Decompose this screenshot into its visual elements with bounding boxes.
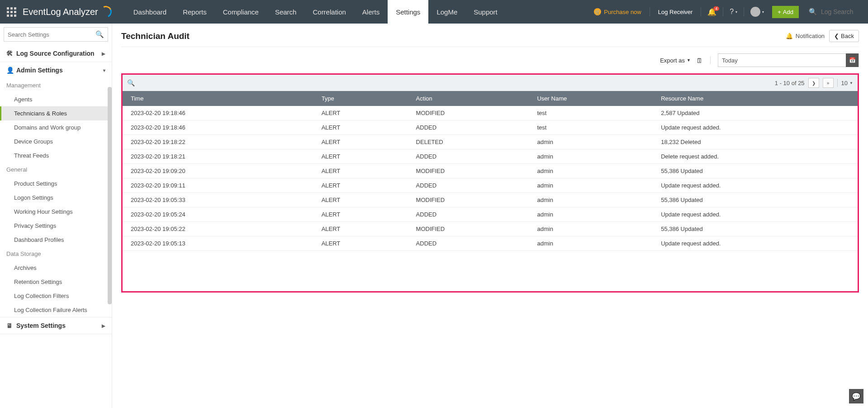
sidebar-item[interactable]: Device Groups bbox=[0, 134, 112, 149]
log-search-input[interactable] bbox=[821, 8, 862, 15]
table-cell: admin bbox=[529, 236, 653, 251]
table-row[interactable]: 2023-02-20 19:05:13ALERTADDEDadminUpdate… bbox=[123, 236, 858, 251]
table-cell: ALERT bbox=[313, 178, 408, 193]
table-cell: Update request added. bbox=[653, 120, 858, 135]
table-cell: 2023-02-20 19:18:46 bbox=[123, 120, 313, 135]
user-menu[interactable]: ▾ bbox=[746, 7, 768, 17]
feedback-button[interactable]: 💬 bbox=[849, 389, 863, 403]
calendar-icon: 📅 bbox=[846, 53, 859, 67]
column-header[interactable]: Action bbox=[408, 91, 529, 106]
table-cell: test bbox=[529, 106, 653, 120]
sidebar-item[interactable]: Domains and Work group bbox=[0, 120, 112, 134]
logo-swirl-icon bbox=[98, 4, 113, 19]
logo[interactable]: EventLog Analyzer bbox=[23, 6, 125, 18]
apps-grid-icon[interactable] bbox=[0, 7, 23, 17]
notification-label: Notification bbox=[796, 33, 825, 39]
nav-item-search[interactable]: Search bbox=[267, 0, 305, 24]
sidebar-item[interactable]: Technicians & Roles bbox=[0, 106, 112, 120]
topbar: EventLog Analyzer DashboardReportsCompli… bbox=[0, 0, 868, 24]
nav-item-settings[interactable]: Settings bbox=[388, 0, 428, 24]
sidebar-item[interactable]: Log Collection Filters bbox=[0, 289, 112, 303]
table-row[interactable]: 2023-02-20 19:18:21ALERTADDEDadminDelete… bbox=[123, 149, 858, 164]
table-cell: 55,386 Updated bbox=[653, 164, 858, 178]
page-size-dropdown[interactable]: 10 ▼ bbox=[841, 80, 853, 86]
nav-item-alerts[interactable]: Alerts bbox=[354, 0, 388, 24]
sidebar-item[interactable]: Working Hour Settings bbox=[0, 205, 112, 219]
page-title: Technician Audit bbox=[121, 31, 190, 41]
add-button[interactable]: + Add bbox=[772, 6, 799, 18]
table-cell: ALERT bbox=[313, 222, 408, 236]
table-cell: 2023-02-20 19:09:11 bbox=[123, 178, 313, 193]
sidebar-group-label: Management bbox=[0, 78, 112, 92]
sidebar-item[interactable]: Log Collection Failure Alerts bbox=[0, 303, 112, 317]
chevron-down-icon: ▾ bbox=[762, 10, 764, 14]
sidebar-item[interactable]: Dashboard Profiles bbox=[0, 233, 112, 247]
table-cell: ALERT bbox=[313, 149, 408, 164]
table-cell: ALERT bbox=[313, 207, 408, 222]
column-header[interactable]: User Name bbox=[529, 91, 653, 106]
topbar-right: 🛒 Purchase now Log Receiver 🔔 4 ? ▾ ▾ + … bbox=[588, 0, 868, 24]
help-menu[interactable]: ? ▾ bbox=[725, 8, 742, 16]
sidebar-search-input[interactable] bbox=[8, 31, 95, 38]
table-cell: ALERT bbox=[313, 236, 408, 251]
date-range-picker[interactable]: Today 📅 bbox=[718, 53, 859, 67]
table-cell: 18,232 Deleted bbox=[653, 135, 858, 149]
sidebar-item[interactable]: Retention Settings bbox=[0, 275, 112, 289]
sidebar-item[interactable]: Archives bbox=[0, 261, 112, 275]
nav-item-correlation[interactable]: Correlation bbox=[304, 0, 354, 24]
log-search[interactable]: 🔍 bbox=[802, 8, 868, 16]
table-cell: 2023-02-20 19:18:21 bbox=[123, 149, 313, 164]
main-nav: DashboardReportsComplianceSearchCorrelat… bbox=[125, 0, 506, 24]
table-cell: admin bbox=[529, 149, 653, 164]
table-row[interactable]: 2023-02-20 19:18:46ALERTADDEDtestUpdate … bbox=[123, 120, 858, 135]
sidebar-item[interactable]: Threat Feeds bbox=[0, 149, 112, 163]
back-button[interactable]: ❮ Back bbox=[829, 30, 859, 42]
plus-icon: + bbox=[778, 9, 781, 15]
table-row[interactable]: 2023-02-20 19:18:46ALERTMODIFIEDtest2,58… bbox=[123, 106, 858, 120]
table-row[interactable]: 2023-02-20 19:05:22ALERTMODIFIEDadmin55,… bbox=[123, 222, 858, 236]
table-row[interactable]: 2023-02-20 19:05:33ALERTMODIFIEDadmin55,… bbox=[123, 193, 858, 207]
table-row[interactable]: 2023-02-20 19:18:22ALERTDELETEDadmin18,2… bbox=[123, 135, 858, 149]
chevron-right-icon: ▶ bbox=[102, 51, 105, 56]
nav-item-dashboard[interactable]: Dashboard bbox=[125, 0, 175, 24]
table-cell: ALERT bbox=[313, 120, 408, 135]
table-cell: Update request added. bbox=[653, 178, 858, 193]
column-header[interactable]: Type bbox=[313, 91, 408, 106]
pager-last-button[interactable]: » bbox=[823, 78, 834, 88]
log-receiver-link[interactable]: Log Receiver bbox=[652, 9, 699, 15]
nav-item-logme[interactable]: LogMe bbox=[428, 0, 465, 24]
scrollbar[interactable] bbox=[108, 87, 112, 304]
page-header: Technician Audit 🔔 Notification ❮ Back bbox=[121, 30, 859, 47]
sidebar-section-system-settings[interactable]: 🖥 System Settings ▶ bbox=[0, 317, 112, 334]
column-header[interactable]: Time bbox=[123, 91, 313, 106]
nav-item-compliance[interactable]: Compliance bbox=[215, 0, 267, 24]
table-cell: 2023-02-20 19:05:24 bbox=[123, 207, 313, 222]
table-cell: 2023-02-20 19:09:20 bbox=[123, 164, 313, 178]
bell-icon: 🔔 bbox=[786, 33, 793, 39]
column-header[interactable]: Resource Name bbox=[653, 91, 858, 106]
pager-next-button[interactable]: ❯ bbox=[808, 78, 819, 88]
table-row[interactable]: 2023-02-20 19:09:20ALERTMODIFIEDadmin55,… bbox=[123, 164, 858, 178]
sidebar-item[interactable]: Privacy Settings bbox=[0, 219, 112, 233]
sidebar-section-log-source[interactable]: 🛠 Log Source Configuration ▶ bbox=[0, 45, 112, 62]
nav-item-reports[interactable]: Reports bbox=[175, 0, 215, 24]
purchase-now-link[interactable]: 🛒 Purchase now bbox=[588, 8, 647, 15]
separator bbox=[650, 7, 650, 16]
sidebar-item[interactable]: Logon Settings bbox=[0, 191, 112, 205]
table-row[interactable]: 2023-02-20 19:05:24ALERTADDEDadminUpdate… bbox=[123, 207, 858, 222]
notifications-icon[interactable]: 🔔 4 bbox=[703, 8, 721, 16]
table-cell: ADDED bbox=[408, 149, 529, 164]
notification-badge: 4 bbox=[713, 6, 719, 11]
sidebar-item[interactable]: Agents bbox=[0, 92, 112, 106]
table-row[interactable]: 2023-02-20 19:09:11ALERTADDEDadminUpdate… bbox=[123, 178, 858, 193]
table-cell: test bbox=[529, 120, 653, 135]
notification-link[interactable]: 🔔 Notification bbox=[786, 33, 825, 39]
schedule-icon[interactable]: 🗓 bbox=[696, 57, 703, 64]
table-search-icon[interactable]: 🔍 bbox=[127, 79, 135, 86]
sidebar-section-admin-settings[interactable]: 👤 Admin Settings ▾ bbox=[0, 62, 112, 78]
export-as-dropdown[interactable]: Export as ▼ bbox=[660, 57, 691, 64]
search-icon: 🔍 bbox=[809, 8, 817, 16]
sidebar-search[interactable]: 🔍 bbox=[4, 27, 108, 42]
nav-item-support[interactable]: Support bbox=[465, 0, 506, 24]
sidebar-item[interactable]: Product Settings bbox=[0, 177, 112, 191]
